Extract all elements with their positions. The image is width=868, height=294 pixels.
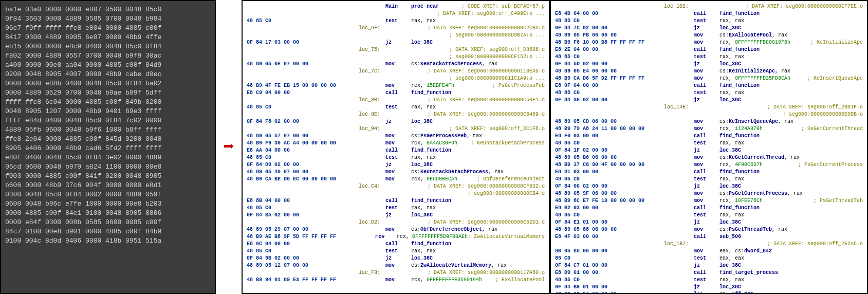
asm-label: loc_7C: bbox=[339, 68, 385, 75]
asm-bytes: 48 B9 4F FE EB 15 00 00 00 00 bbox=[247, 82, 339, 89]
asm-mnemonic: jz bbox=[385, 255, 411, 262]
asm-label bbox=[648, 53, 694, 61]
asm-label bbox=[648, 277, 694, 284]
asm-label bbox=[339, 53, 385, 61]
asm-bytes: 48 B9 AE B8 9F 5D FF FF FF FF bbox=[247, 233, 336, 241]
asm-row: loc_7C:; DATA XREF: seg000:0000000000118… bbox=[247, 68, 545, 75]
asm-label bbox=[648, 176, 694, 183]
asm-comment: ; KeGetCurrentThread bbox=[801, 125, 863, 133]
asm-comment: ; DATA XREF: seg000:off_D8686↓o bbox=[449, 46, 545, 53]
asm-mnemonic: test bbox=[385, 248, 411, 255]
hex-dump-panel[interactable]: ba1e 03a0 0000 0000 e807 0500 0048 85c00… bbox=[0, 0, 216, 294]
asm-row: 48 B9 79 A8 24 11 00 00 00 00movrcx, 112… bbox=[555, 125, 863, 133]
hex-line: eb15 0000 0000 e8c9 0400 0048 85c0 0f84 bbox=[5, 42, 211, 51]
asm-mnemonic bbox=[694, 111, 719, 118]
asm-comment: ; KeInsertQueueApc bbox=[807, 75, 863, 82]
asm-operand: rcx, 0A4AC30F9h bbox=[411, 140, 471, 147]
asm-operand: rax, rax bbox=[411, 154, 545, 161]
asm-label bbox=[339, 10, 385, 17]
hex-line: 0f84 3603 0000 4889 0585 0700 0048 b984 bbox=[5, 14, 211, 24]
disassembly-panel-left[interactable]: Mainproc near; CODE XREF: sub_BCFAE+57↓p… bbox=[242, 0, 550, 294]
asm-bytes: E8 D9 01 00 00 bbox=[555, 269, 648, 277]
asm-bytes bbox=[247, 68, 339, 75]
asm-mnemonic: test bbox=[694, 17, 719, 25]
asm-mnemonic bbox=[694, 104, 719, 111]
hex-line: 05cd 0600 0048 b979 a824 1100 0000 00e8 bbox=[5, 162, 211, 172]
asm-mnemonic: call bbox=[694, 205, 719, 212]
asm-row: 48 89 05 E4 06 00 00movcs:KeInitializeAp… bbox=[555, 68, 863, 75]
asm-label bbox=[648, 10, 694, 17]
asm-row: ; seg000:00000000000CF152↓o ... bbox=[247, 53, 545, 61]
asm-label bbox=[339, 140, 385, 147]
asm-bytes bbox=[247, 46, 339, 53]
hex-line: 0000 4885 c00f 84e1 0100 0048 8905 8806 bbox=[5, 209, 211, 218]
asm-mnemonic: test bbox=[385, 104, 411, 111]
asm-bytes: 48 85 C0 bbox=[247, 154, 339, 161]
disassembly-panel-right[interactable]: loc_102:; DATA XREF: seg000:00000000000C… bbox=[550, 0, 868, 294]
asm-label bbox=[339, 161, 385, 169]
asm-operand bbox=[411, 25, 428, 32]
asm-label bbox=[339, 61, 385, 68]
asm-row: 0F 84 9B 02 00 00jzloc_38C bbox=[247, 255, 545, 262]
hex-line: 0000 4889 0529 0700 0048 b9ae b89f 5dff bbox=[5, 88, 211, 98]
asm-bytes bbox=[247, 111, 339, 118]
hex-line: 0000 e84f 0300 008b 0585 0600 0085 c00f bbox=[5, 218, 211, 227]
asm-mnemonic bbox=[385, 97, 411, 104]
hex-line: b606 0000 48b9 37c6 904f 0000 0000 e8d1 bbox=[5, 181, 211, 190]
asm-bytes: 48 89 05 57 07 00 00 bbox=[247, 133, 339, 140]
asm-label bbox=[339, 3, 385, 10]
asm-operand: rax, rax bbox=[719, 277, 863, 284]
asm-mnemonic bbox=[385, 190, 411, 197]
asm-mnemonic bbox=[385, 125, 411, 133]
asm-label bbox=[339, 176, 385, 183]
asm-operand: loc_38C bbox=[411, 118, 545, 125]
asm-mnemonic: test bbox=[694, 89, 719, 97]
asm-mnemonic: jz bbox=[385, 39, 411, 46]
asm-operand: find_function bbox=[719, 169, 863, 176]
asm-mnemonic: call bbox=[694, 82, 719, 89]
asm-comment: ; seg000:00000000000D9B7A↓o ... bbox=[449, 32, 545, 39]
asm-row: 0F 84 7C 02 00 00jzloc_38C bbox=[555, 25, 863, 32]
asm-label bbox=[339, 190, 385, 197]
asm-operand: rcx, 0ECD0BECAh bbox=[411, 176, 477, 183]
asm-mnemonic: call bbox=[385, 241, 411, 248]
hex-line: ba1e 03a0 0000 0000 e807 0500 0048 85c0 bbox=[5, 5, 211, 14]
asm-bytes: 48 85 C0 bbox=[247, 248, 339, 255]
asm-operand: loc_38C bbox=[719, 262, 863, 269]
asm-bytes: E8 AA 04 00 00 bbox=[247, 147, 339, 154]
asm-bytes: E8 2E 04 00 00 bbox=[555, 46, 648, 53]
asm-operand bbox=[411, 32, 449, 39]
asm-label: loc_75: bbox=[339, 46, 385, 53]
asm-label bbox=[648, 39, 694, 46]
asm-mnemonic bbox=[385, 32, 411, 39]
asm-operand: find_function bbox=[411, 147, 545, 154]
asm-mnemonic: mov bbox=[694, 125, 719, 133]
asm-comment: ; seg000:00000000000CF152↓o ... bbox=[449, 53, 545, 61]
asm-bytes: 4C 8D 0D 94 06 00 00 bbox=[555, 291, 648, 294]
asm-row: E8 4D 04 00 00callfind_function bbox=[555, 10, 863, 17]
asm-row: loc_8B:; DATA XREF: seg000:00000000000C5… bbox=[247, 97, 545, 104]
asm-bytes: 48 89 05 9F 06 00 00 bbox=[555, 190, 648, 197]
asm-label: loc_D2: bbox=[339, 219, 385, 226]
asm-bytes: 48 B9 94 01 69 E3 FF FF FF FF bbox=[247, 277, 339, 284]
asm-mnemonic: mov bbox=[385, 82, 411, 89]
asm-label bbox=[339, 32, 385, 39]
asm-operand bbox=[719, 241, 767, 248]
asm-bytes: 48 85 C0 bbox=[247, 205, 339, 212]
asm-mnemonic: test bbox=[694, 255, 719, 262]
asm-bytes: 8B 05 85 06 00 00 bbox=[555, 248, 648, 255]
asm-mnemonic: jz bbox=[385, 161, 411, 169]
asm-operand: sub_506 bbox=[719, 233, 863, 241]
asm-bytes: 0F 84 7C 02 00 00 bbox=[555, 25, 648, 32]
asm-operand: proc near bbox=[411, 3, 461, 10]
asm-bytes: 48 85 C0 bbox=[555, 17, 648, 25]
asm-mnemonic: mov bbox=[694, 197, 719, 205]
asm-mnemonic: mov bbox=[694, 226, 719, 233]
asm-bytes: 48 89 05 FB 06 00 00 bbox=[555, 32, 648, 39]
asm-row: 48 89 05 6E 07 00 00movcs:KeStackAttachP… bbox=[247, 61, 545, 68]
asm-mnemonic: test bbox=[385, 17, 411, 25]
asm-bytes: 48 B9 F6 10 00 B8 FF FF FF FF bbox=[555, 39, 648, 46]
asm-row: E8 F0 03 00 00callfind_function bbox=[555, 133, 863, 140]
asm-operand bbox=[719, 104, 767, 111]
asm-label bbox=[648, 140, 694, 147]
